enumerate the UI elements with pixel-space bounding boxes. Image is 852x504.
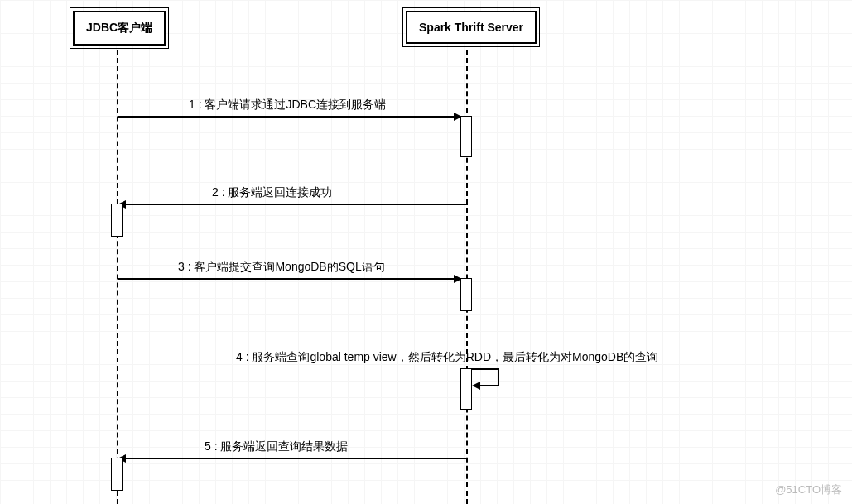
activation-server-1 [460, 116, 472, 157]
activation-client-2 [111, 204, 123, 237]
activation-server-4 [460, 368, 472, 410]
message-arrow-2 [124, 204, 468, 205]
self-call-side-4 [498, 368, 499, 385]
watermark: @51CTO博客 [775, 482, 842, 497]
message-label-3: 3 : 客户端提交查询MongoDB的SQL语句 [178, 260, 385, 275]
arrow-head-4 [472, 382, 480, 390]
participant-label: Spark Thrift Server [419, 21, 523, 34]
message-label-5: 5 : 服务端返回查询结果数据 [205, 439, 348, 454]
participant-label: JDBC客户端 [86, 21, 152, 34]
participant-server: Spark Thrift Server [406, 11, 537, 44]
message-label-2: 2 : 服务端返回连接成功 [212, 185, 332, 200]
message-arrow-5 [124, 458, 468, 459]
self-call-bottom-4 [478, 385, 499, 386]
message-arrow-1 [118, 116, 457, 118]
activation-client-5 [111, 458, 123, 491]
message-label-4: 4 : 服务端查询global temp view，然后转化为RDD，最后转化为… [236, 350, 658, 365]
message-label-1: 1 : 客户端请求通过JDBC连接到服务端 [189, 98, 386, 113]
activation-server-3 [460, 278, 472, 311]
lifeline-client [117, 50, 118, 504]
participant-client: JDBC客户端 [73, 11, 166, 46]
message-arrow-3 [118, 278, 457, 280]
